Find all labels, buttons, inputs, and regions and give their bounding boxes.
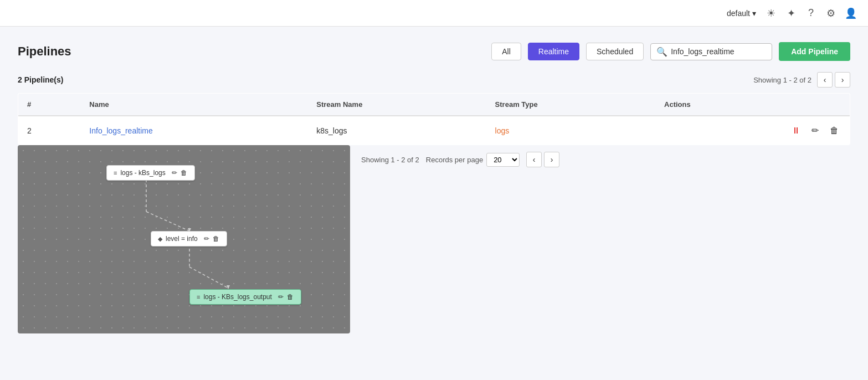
search-box: 🔍	[650, 43, 772, 60]
records-per-page-select[interactable]: 20 50 100	[486, 153, 520, 167]
pipeline-count: 2 Pipeline(s)	[18, 75, 63, 84]
source-node: ≡ logs - kBs_logs ✏ 🗑	[106, 165, 195, 181]
chevron-down-icon: ▾	[752, 9, 756, 18]
svg-marker-5	[227, 285, 230, 289]
row-name: Info_logs_realtime	[80, 116, 307, 145]
col-number: #	[18, 94, 81, 116]
diagram-next-button[interactable]: ›	[544, 152, 559, 167]
edit-button[interactable]: ✏	[809, 124, 821, 137]
source-delete-button[interactable]: 🗑	[180, 169, 188, 177]
source-edit-button[interactable]: ✏	[171, 169, 178, 177]
source-node-actions: ✏ 🗑	[171, 169, 188, 177]
filter-realtime-button[interactable]: Realtime	[528, 43, 579, 60]
diagram-pagination-nav: ‹ ›	[526, 152, 559, 167]
filter-node-actions: ✏ 🗑	[203, 235, 220, 243]
row-actions: ⏸ ✏ 🗑	[655, 116, 850, 145]
table-header-row: # Name Stream Name Stream Type Actions	[18, 94, 850, 116]
add-pipeline-button[interactable]: Add Pipeline	[779, 42, 850, 61]
col-name: Name	[80, 94, 307, 116]
svg-line-4	[189, 267, 228, 288]
records-per-page: Records per page 20 50 100	[426, 153, 520, 167]
col-stream-type: Stream Type	[486, 94, 655, 116]
source-node-label: logs - kBs_logs	[120, 169, 165, 177]
user-label: default	[727, 9, 750, 18]
next-page-button[interactable]: ›	[835, 72, 850, 88]
output-node-label: logs - KBs_logs_output	[203, 293, 271, 301]
actions-cell: ⏸ ✏ 🗑	[664, 124, 841, 137]
pause-button[interactable]: ⏸	[789, 125, 803, 137]
page-header: Pipelines All Realtime Scheduled 🔍 Add P…	[18, 42, 850, 61]
svg-line-1	[146, 212, 189, 231]
output-delete-button[interactable]: 🗑	[286, 293, 294, 301]
diagram-panel: ≡ logs - kBs_logs ✏ 🗑 ◆ level = info ✏ 🗑…	[18, 145, 350, 333]
pipeline-table: # Name Stream Name Stream Type Actions 2…	[18, 93, 850, 145]
source-node-icon: ≡	[114, 170, 117, 176]
filter-all-button[interactable]: All	[491, 43, 521, 60]
diagram-right: Showing 1 - 2 of 2 Records per page 20 5…	[361, 145, 850, 333]
col-actions: Actions	[655, 94, 850, 116]
output-node-icon: ≡	[197, 294, 200, 300]
showing-label: Showing 1 - 2 of 2	[753, 76, 811, 84]
topnav: default ▾ ☀ ✦ ? ⚙ 👤	[0, 0, 868, 27]
user-menu[interactable]: default ▾	[727, 9, 756, 18]
prev-page-button[interactable]: ‹	[817, 72, 833, 88]
filter-node: ◆ level = info ✏ 🗑	[151, 231, 227, 247]
help-icon[interactable]: ?	[805, 7, 817, 19]
theme-icon[interactable]: ☀	[765, 7, 777, 19]
diagram-showing-label: Showing 1 - 2 of 2	[361, 156, 419, 164]
filter-node-icon: ◆	[158, 235, 162, 243]
records-per-page-label: Records per page	[426, 156, 483, 164]
diagram-prev-button[interactable]: ‹	[526, 152, 542, 167]
delete-button[interactable]: 🗑	[828, 125, 841, 137]
diagram-row: ≡ logs - kBs_logs ✏ 🗑 ◆ level = info ✏ 🗑…	[18, 145, 850, 333]
col-stream-name: Stream Name	[307, 94, 486, 116]
row-stream-type: logs	[486, 116, 655, 145]
pipeline-name-link[interactable]: Info_logs_realtime	[89, 126, 152, 135]
search-icon: 🔍	[656, 47, 667, 57]
output-node: ≡ logs - KBs_logs_output ✏ 🗑	[189, 289, 301, 305]
apps-icon[interactable]: ✦	[785, 7, 797, 19]
filter-delete-button[interactable]: 🗑	[212, 235, 220, 243]
main-content: Pipelines All Realtime Scheduled 🔍 Add P…	[0, 27, 868, 347]
row-stream-name: k8s_logs	[307, 116, 486, 145]
filter-edit-button[interactable]: ✏	[203, 235, 210, 243]
filter-node-label: level = info	[166, 235, 198, 243]
row-id: 2	[18, 116, 81, 145]
output-edit-button[interactable]: ✏	[278, 293, 284, 301]
pagination-info: Showing 1 - 2 of 2 ‹ ›	[753, 72, 850, 88]
topnav-icons: ☀ ✦ ? ⚙ 👤	[765, 7, 857, 19]
search-input[interactable]	[671, 47, 766, 56]
pagination-nav: ‹ ›	[817, 72, 850, 88]
page-title: Pipelines	[18, 44, 71, 59]
table-row: 2 Info_logs_realtime k8s_logs logs ⏸ ✏ 🗑	[18, 116, 850, 145]
header-controls: All Realtime Scheduled 🔍 Add Pipeline	[491, 42, 850, 61]
diagram-pagination: Showing 1 - 2 of 2 Records per page 20 5…	[361, 152, 850, 167]
sub-header: 2 Pipeline(s) Showing 1 - 2 of 2 ‹ ›	[18, 72, 850, 88]
output-node-actions: ✏ 🗑	[278, 293, 294, 301]
user-icon[interactable]: 👤	[845, 7, 857, 19]
filter-scheduled-button[interactable]: Scheduled	[586, 43, 644, 60]
settings-icon[interactable]: ⚙	[825, 7, 837, 19]
